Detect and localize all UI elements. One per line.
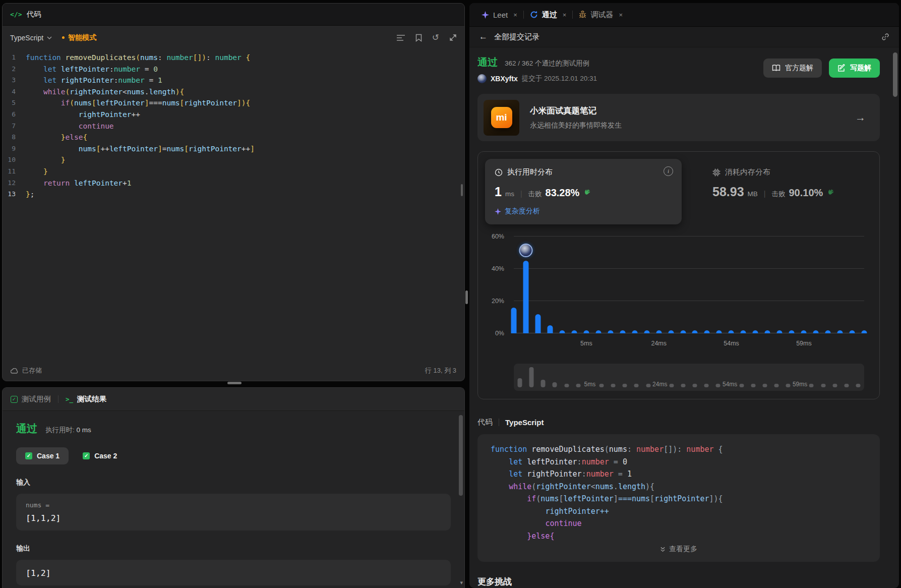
close-icon[interactable]: × <box>513 11 517 19</box>
close-icon[interactable]: × <box>619 11 623 19</box>
test-scrollbar-thumb[interactable] <box>459 415 463 496</box>
tab-test-result-label: 测试结果 <box>77 394 106 404</box>
histogram-bar[interactable] <box>716 330 722 333</box>
histogram-bar[interactable] <box>571 330 577 333</box>
histogram-bar[interactable] <box>753 330 758 333</box>
line-number: 12 <box>3 178 26 189</box>
tab-test-cases[interactable]: ✓ 测试用例 <box>11 394 51 404</box>
histogram-bar[interactable] <box>850 330 855 333</box>
back-arrow-icon[interactable]: ← <box>479 32 488 42</box>
histogram-bar[interactable] <box>608 330 613 333</box>
undo-icon[interactable]: ↺ <box>432 33 439 42</box>
histogram-bar[interactable] <box>801 330 807 333</box>
info-icon[interactable]: i <box>664 166 673 176</box>
write-solution-label: 写题解 <box>850 64 871 73</box>
histogram-bar[interactable] <box>837 330 843 333</box>
histogram-bar[interactable] <box>825 330 831 333</box>
close-icon[interactable]: × <box>563 11 567 19</box>
runtime-chart-plot[interactable] <box>514 237 864 333</box>
histogram-bar[interactable] <box>523 261 528 333</box>
expand-icon[interactable] <box>449 34 457 41</box>
histogram-bar[interactable] <box>765 330 770 333</box>
histogram-bar[interactable] <box>559 330 565 333</box>
mi-logo-text: mi <box>491 107 512 128</box>
runtime-value: 0 ms <box>77 426 91 434</box>
divider: | <box>764 190 766 198</box>
line-number: 5 <box>3 97 26 109</box>
submission-status: 通过 <box>477 55 498 69</box>
runtime-stat-card[interactable]: 执行用时分布 i 1 ms | 击败 83.28% 复杂度分析 <box>485 159 682 224</box>
format-lines-icon[interactable] <box>397 34 405 41</box>
code-line: if(nums[leftPointer]===nums[rightPointer… <box>491 493 867 505</box>
histogram-bar[interactable] <box>644 330 649 333</box>
write-solution-button[interactable]: 写题解 <box>829 58 880 78</box>
histogram-bar[interactable] <box>862 330 867 333</box>
histogram-bar[interactable] <box>692 330 698 333</box>
x-axis-label: 54ms <box>724 340 739 347</box>
line-number: 7 <box>3 121 26 132</box>
smart-mode-toggle[interactable]: 智能模式 <box>62 33 96 42</box>
memory-title: 消耗内存分布 <box>725 167 770 177</box>
mini-histogram-bar <box>541 380 546 387</box>
code-line: 7 continue <box>3 121 464 132</box>
histogram-bar[interactable] <box>729 330 734 333</box>
input-box[interactable]: nums = [1,1,2] <box>16 494 451 531</box>
histogram-bar[interactable] <box>813 330 819 333</box>
line-number: 10 <box>3 154 26 166</box>
histogram-bar[interactable] <box>777 330 783 333</box>
editor-toolbar: TypeScript 智能模式 ↺ <box>3 26 464 49</box>
tab-debugger[interactable]: 调试器 × <box>579 10 623 20</box>
histogram-bar[interactable] <box>595 330 601 333</box>
horizontal-resizer-handle[interactable] <box>227 382 242 384</box>
chart-brush[interactable]: 5ms24ms54ms59ms <box>514 364 864 391</box>
histogram-bar[interactable] <box>789 330 795 333</box>
x-axis-label: 24ms <box>651 340 667 347</box>
xiaomi-logo: mi <box>484 100 519 136</box>
beats-label: 击败 <box>528 190 542 199</box>
case-1-button[interactable]: ✓ Case 1 <box>16 447 69 464</box>
x-axis-label: 59ms <box>796 340 812 347</box>
editor-scrollbar-thumb[interactable] <box>461 184 463 196</box>
language-select[interactable]: TypeScript <box>10 34 52 42</box>
histogram-bar[interactable] <box>511 308 517 333</box>
histogram-bar[interactable] <box>632 330 637 333</box>
vertical-resizer-handle[interactable] <box>465 290 468 304</box>
runtime-distribution-chart: 0%20%40%60% 5ms24ms54ms59ms <box>485 230 872 352</box>
view-more-button[interactable]: 查看更多 <box>491 544 867 555</box>
histogram-bar[interactable] <box>680 330 686 333</box>
memory-stat-card[interactable]: 消耗内存分布 58.93 MB | 击败 90.10% <box>703 159 845 224</box>
official-solution-button[interactable]: 官方题解 <box>763 58 822 78</box>
tab-test-result[interactable]: >_ 测试结果 <box>66 394 106 404</box>
mini-histogram-bar <box>669 384 674 387</box>
histogram-bar[interactable] <box>656 330 662 333</box>
code-line: 11 } <box>3 166 464 178</box>
saved-label: 已存储 <box>22 366 42 375</box>
histogram-bar[interactable] <box>704 330 710 333</box>
histogram-bar[interactable] <box>535 314 540 333</box>
histogram-bar[interactable] <box>620 330 625 333</box>
case-2-button[interactable]: ✓ Case 2 <box>74 447 126 464</box>
cursor-position: 行 13, 列 3 <box>425 366 456 375</box>
histogram-bar[interactable] <box>668 330 674 333</box>
scroll-down-arrow[interactable]: ▾ <box>460 579 463 586</box>
tab-leet[interactable]: Leet × <box>482 11 517 19</box>
complexity-analysis-link[interactable]: 复杂度分析 <box>495 207 672 216</box>
case-2-label: Case 2 <box>94 452 117 460</box>
arrow-right-icon: → <box>855 111 866 124</box>
tab-passed[interactable]: 通过 × <box>530 10 567 20</box>
bookmark-icon[interactable] <box>415 34 422 42</box>
histogram-bar[interactable] <box>583 330 589 333</box>
xiaomi-banner[interactable]: mi 小米面试真题笔记 永远相信美好的事情即将发生 → <box>477 94 880 141</box>
runtime-value: 1 <box>495 185 502 199</box>
histogram-bar[interactable] <box>547 325 553 333</box>
right-scrollbar-thumb[interactable] <box>893 52 897 97</box>
editor-code[interactable]: 1function removeDuplicates(nums: number[… <box>3 49 464 200</box>
right-code-lines: function removeDuplicates(nums: number[]… <box>491 443 867 542</box>
sparkle-icon <box>495 208 501 215</box>
banner-subtitle: 永远相信美好的事情即将发生 <box>530 121 622 130</box>
code-line: rightPointer++ <box>491 505 867 518</box>
terminal-icon: >_ <box>66 395 73 403</box>
link-icon[interactable] <box>881 33 889 41</box>
pencil-icon <box>837 64 846 72</box>
histogram-bar[interactable] <box>741 330 746 333</box>
